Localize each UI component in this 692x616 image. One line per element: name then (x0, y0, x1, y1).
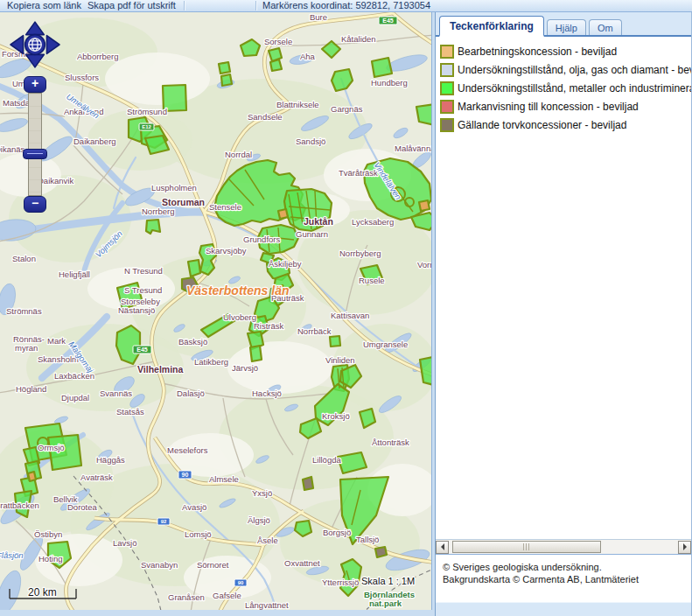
map-town-label: Lavsjö (113, 538, 136, 548)
scrollbar-right-button[interactable] (678, 541, 691, 554)
map-town-label: Åttonträsk (372, 438, 409, 447)
grip-icon (523, 543, 531, 550)
map-town-label: Dikanäs (0, 144, 25, 154)
map-town-label: Järvsjö (232, 363, 258, 373)
map-town-label: Granåsen (168, 592, 205, 602)
svg-text:E45: E45 (136, 346, 148, 353)
toolbar: Kopiera som länk Skapa pdf för utskrift … (0, 0, 692, 12)
permit-area-orange (28, 472, 36, 481)
map-town-label: Norrdal (225, 150, 252, 159)
map-town-label: Risträsk (254, 321, 284, 331)
map-viewport[interactable]: E45E12E45909290BureSorseleKåtalidenAbbor… (0, 12, 432, 610)
map-town-label: Rusele (359, 276, 385, 285)
map-town-label: Sörnoret (197, 560, 229, 570)
permit-area-green (146, 220, 160, 234)
zoom-out-button[interactable]: − (24, 196, 46, 213)
permit-area-green (188, 260, 200, 276)
scrollbar-left-button[interactable] (436, 541, 449, 554)
pan-left-icon[interactable] (10, 36, 23, 54)
map-town-label: Ytterrissjö (322, 578, 359, 587)
map-town-label: Meselefors (167, 445, 208, 455)
map-town-label: Heligfjäll (59, 270, 90, 279)
map-town-label: Sandsjö (296, 136, 325, 146)
map-town-label: Skansholm (38, 354, 79, 364)
map-town-label: Juktån (304, 216, 333, 227)
create-pdf-button[interactable]: Skapa pdf för utskrift (87, 0, 176, 11)
pan-control[interactable] (10, 21, 60, 68)
map-town-label: Borgsjö (323, 528, 351, 537)
pan-down-icon[interactable] (26, 54, 45, 66)
legend-item-label: Undersökningstillstånd, metaller och ind… (458, 82, 691, 94)
copy-as-link-button[interactable]: Kopiera som länk (7, 0, 81, 11)
map-town-label: Kroksjö (322, 411, 350, 421)
legend-item-label: Bearbetningskoncession - beviljad (458, 46, 617, 58)
horizontal-scrollbar[interactable] (436, 539, 691, 554)
map-town-label: Lycksaberg (352, 217, 394, 227)
map-water-label: Flåsjön (0, 550, 24, 560)
tab-om[interactable]: Om (589, 19, 622, 35)
map-town-label: Aha (300, 52, 316, 61)
map-town-label: Hundberg (371, 78, 408, 88)
map-town-label: Kattisavan (331, 311, 369, 320)
svg-text:90: 90 (238, 580, 244, 585)
legend-item: Gällande torvkoncessioner - beviljad (440, 118, 691, 132)
map-town-label: Älgsjö (248, 515, 270, 525)
zoom-in-button[interactable]: + (24, 76, 46, 93)
map-town-label: Åskiljeby (269, 259, 302, 269)
panel-footer-strip (436, 602, 691, 616)
legend-swatch-icon (440, 81, 454, 95)
scrollbar-thumb[interactable] (452, 541, 601, 553)
left-arrow-icon (437, 543, 444, 550)
map-town-label: N Tresund (124, 266, 163, 276)
pan-right-icon[interactable] (46, 36, 59, 54)
map-town-label: Vinliden (325, 355, 355, 365)
map-town-label: Mark (47, 336, 66, 346)
map-town-label: Vormsele (417, 260, 431, 270)
cursor-coordinate-label: Markörens koordinat: 592812, 7193054 (262, 0, 430, 11)
map-town-label: Bure (310, 12, 327, 22)
permit-area-green (241, 39, 260, 56)
map-town-label: Tväråträsk (339, 168, 378, 178)
map-town-label: Luspholmen (151, 183, 197, 192)
map-town-label: Avasjö (182, 502, 206, 512)
map-town-label: Grundfors (243, 234, 280, 244)
scrollbar-track[interactable] (449, 541, 678, 554)
pan-up-icon[interactable] (26, 22, 45, 35)
map-town-label: Gunnarn (296, 229, 328, 239)
svg-text:E45: E45 (382, 18, 394, 24)
map-canvas[interactable]: E45E12E45909290BureSorseleKåtalidenAbbor… (0, 12, 431, 610)
map-town-label: Kåtaliden (341, 34, 376, 44)
tab-hjälp[interactable]: Hjälp (547, 19, 586, 35)
map-town-label: Nästansjö (118, 305, 155, 315)
permit-area-green (250, 346, 262, 361)
tab-teckenförklaring[interactable]: Teckenförklaring (439, 16, 544, 37)
map-town-label: Hoting (38, 554, 62, 564)
map-town-label: Strömnäs (6, 306, 42, 316)
legend-swatch-icon (440, 118, 454, 132)
permit-area-green (221, 74, 232, 86)
legend-swatch-icon (440, 45, 454, 59)
map-town-label: Skarvsjöby (206, 246, 247, 256)
map-town-label: Malåvännäs (395, 144, 431, 153)
zoom-control[interactable]: + − (24, 76, 46, 213)
attribution: © Sveriges geologiska undersökning. Bakg… (436, 554, 691, 602)
map-town-label: Lomsjö (185, 529, 212, 539)
legend-item-label: Undersökningstillstånd, olja, gas och di… (458, 64, 691, 76)
permit-area-torv (375, 547, 387, 557)
map-town-label: Oxvattnet (284, 558, 320, 568)
map-town-label: Yxsjö (252, 488, 272, 498)
legend-item: Bearbetningskoncession - beviljad (440, 45, 691, 59)
county-label: Västerbottens län (186, 284, 289, 298)
legend-panel: Bearbetningskoncession - beviljadUndersö… (436, 37, 691, 539)
map-town-label: Almsele (209, 474, 239, 484)
zoom-slider-handle[interactable] (23, 149, 47, 159)
legend-swatch-icon (440, 100, 454, 114)
map-town-label: Vilhelmina (137, 364, 183, 374)
zoom-slider-track[interactable] (28, 93, 42, 196)
map-town-label: myran (15, 343, 38, 353)
map-town-label: Norrbyberg (339, 248, 381, 258)
svg-text:92: 92 (161, 519, 167, 524)
map-town-label: Stalon (12, 254, 36, 263)
svg-text:E12: E12 (142, 124, 151, 130)
side-panel: TeckenförklaringHjälpOm Bearbetningskonc… (435, 12, 692, 616)
